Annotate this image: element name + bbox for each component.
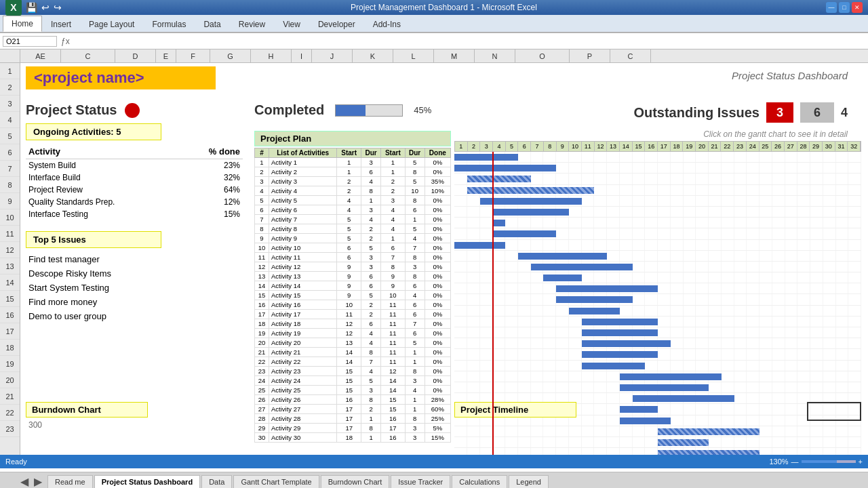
gantt-row-4[interactable] [454, 196, 861, 207]
sheet-nav-prev[interactable]: ◀ [20, 475, 28, 488]
zoom-decrease[interactable]: — [791, 458, 799, 466]
ribbon-tab-review[interactable]: Review [230, 16, 274, 32]
row-num-23[interactable]: 23 [0, 421, 20, 437]
col-header-F[interactable]: F [176, 49, 210, 62]
gantt-row-13[interactable] [454, 294, 861, 305]
gantt-row-3[interactable] [454, 185, 861, 196]
col-header-J[interactable]: J [312, 49, 353, 62]
gantt-row-17[interactable] [454, 338, 861, 349]
col-header-M[interactable]: M [434, 49, 475, 62]
ribbon-tab-home[interactable]: Home [3, 16, 42, 32]
ribbon-tab-page-layout[interactable]: Page Layout [80, 16, 143, 32]
quick-access-redo[interactable]: ↪ [54, 2, 62, 13]
gantt-row-9[interactable] [454, 251, 861, 262]
row-num-5[interactable]: 5 [0, 128, 20, 144]
row-num-20[interactable]: 20 [0, 372, 20, 388]
sheet-tab-data[interactable]: Data [201, 475, 232, 488]
sheet-nav-next[interactable]: ▶ [34, 475, 42, 488]
row-num-4[interactable]: 4 [0, 112, 20, 128]
sheet-tab-gantt-chart-template[interactable]: Gantt Chart Template [233, 475, 319, 488]
quick-access-save[interactable]: 💾 [26, 2, 37, 13]
cell-reference-box[interactable]: O21 [3, 36, 57, 47]
timeline-selection-box[interactable] [807, 402, 861, 421]
gantt-row-15[interactable] [454, 317, 861, 327]
row-num-14[interactable]: 14 [0, 274, 20, 291]
project-status-header: Project Status [26, 102, 243, 118]
col-header-P[interactable]: P [570, 49, 610, 62]
zoom-increase[interactable]: + [859, 458, 863, 466]
zoom-slider[interactable] [802, 460, 856, 463]
sheet-tab-issue-tracker[interactable]: Issue Tracker [391, 475, 450, 488]
col-header-C[interactable]: C [610, 49, 651, 62]
row-num-6[interactable]: 6 [0, 144, 20, 161]
row-num-1[interactable]: 1 [0, 63, 20, 79]
gantt-row-21[interactable] [454, 382, 861, 393]
gantt-row-11[interactable] [454, 272, 861, 283]
gantt-row-1[interactable] [454, 163, 861, 174]
quick-access-undo[interactable]: ↩ [41, 2, 50, 13]
row-num-21[interactable]: 21 [0, 388, 20, 405]
ribbon-tab-view[interactable]: View [274, 16, 309, 32]
title-bar: X 💾 ↩ ↪ Project Management Dashboard 1 -… [0, 0, 868, 15]
row-num-7[interactable]: 7 [0, 161, 20, 177]
sheet-tab-project-status-dashboard[interactable]: Project Status Dashboard [94, 475, 200, 488]
gantt-row-26[interactable] [454, 437, 861, 448]
gantt-row-27[interactable] [454, 448, 861, 455]
row-num-12[interactable]: 12 [0, 242, 20, 258]
col-header-C[interactable]: C [61, 49, 115, 62]
gantt-row-18[interactable] [454, 349, 861, 360]
row-num-17[interactable]: 17 [0, 323, 20, 340]
row-num-15[interactable]: 15 [0, 291, 20, 307]
row-num-3[interactable]: 3 [0, 96, 20, 112]
top-issues-header: Top 5 Issues [26, 231, 161, 248]
row-num-13[interactable]: 13 [0, 258, 20, 274]
row-num-22[interactable]: 22 [0, 405, 20, 421]
gantt-area[interactable]: 1234567891011121314151617181920212223242… [454, 141, 861, 414]
row-num-9[interactable]: 9 [0, 193, 20, 209]
gantt-row-0[interactable] [454, 152, 861, 163]
col-header-N[interactable]: N [475, 49, 515, 62]
col-header-H[interactable]: H [251, 49, 292, 62]
gantt-row-12[interactable] [454, 283, 861, 294]
sheet-tab-calculations[interactable]: Calculations [452, 475, 507, 488]
project-name-cell[interactable]: <project name> [26, 66, 216, 89]
row-num-11[interactable]: 11 [0, 226, 20, 242]
row-num-18[interactable]: 18 [0, 340, 20, 356]
row-num-16[interactable]: 16 [0, 307, 20, 323]
gantt-row-7[interactable] [454, 228, 861, 239]
row-num-10[interactable]: 10 [0, 209, 20, 226]
col-header-L[interactable]: L [393, 49, 434, 62]
sheet-tab-read-me[interactable]: Read me [47, 475, 93, 488]
minimize-button[interactable]: — [826, 2, 837, 13]
sheet-tab-legend[interactable]: Legend [509, 475, 549, 488]
col-header-AE[interactable]: AE [20, 49, 61, 62]
gantt-row-20[interactable] [454, 371, 861, 382]
gantt-row-6[interactable] [454, 218, 861, 228]
col-header-E[interactable]: E [156, 49, 176, 62]
row-num-2[interactable]: 2 [0, 79, 20, 96]
col-header-K[interactable]: K [353, 49, 393, 62]
close-button[interactable]: ✕ [852, 2, 863, 13]
gantt-row-8[interactable] [454, 240, 861, 251]
formula-input[interactable] [74, 37, 865, 46]
col-header-G[interactable]: G [210, 49, 251, 62]
maximize-button[interactable]: □ [839, 2, 850, 13]
gantt-row-16[interactable] [454, 327, 861, 338]
col-header-O[interactable]: O [515, 49, 570, 62]
gantt-row-2[interactable] [454, 174, 861, 184]
col-header-D[interactable]: D [115, 49, 156, 62]
sheet-tab-burndown-chart[interactable]: Burndown Chart [321, 475, 390, 488]
gantt-row-10[interactable] [454, 262, 861, 272]
row-num-8[interactable]: 8 [0, 177, 20, 193]
gantt-row-14[interactable] [454, 306, 861, 317]
gantt-row-5[interactable] [454, 207, 861, 218]
gantt-col-28: 28 [797, 142, 810, 151]
ribbon-tab-insert[interactable]: Insert [42, 16, 80, 32]
ribbon-tab-add-ins[interactable]: Add-Ins [364, 16, 410, 32]
col-header-I[interactable]: I [292, 49, 312, 62]
row-num-19[interactable]: 19 [0, 356, 20, 372]
gantt-row-19[interactable] [454, 361, 861, 371]
ribbon-tab-formulas[interactable]: Formulas [143, 16, 195, 32]
ribbon-tab-developer[interactable]: Developer [309, 16, 364, 32]
ribbon-tab-data[interactable]: Data [195, 16, 229, 32]
